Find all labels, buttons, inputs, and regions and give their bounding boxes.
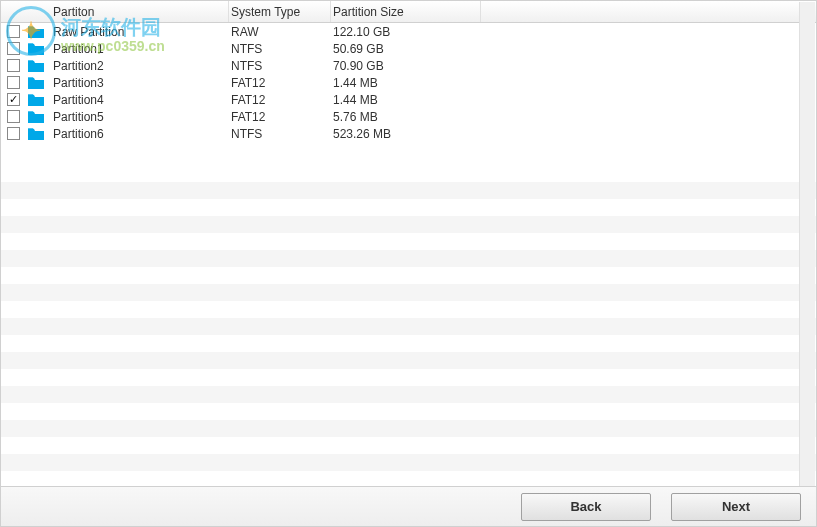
partition-table: Partiton System Type Partition Size Raw … — [1, 1, 816, 471]
partition-name: Partition3 — [51, 76, 229, 90]
empty-row — [1, 420, 816, 437]
empty-row — [1, 318, 816, 335]
partition-checkbox[interactable] — [7, 59, 20, 72]
header-partition[interactable]: Partiton — [51, 1, 229, 22]
table-row[interactable]: Partition3FAT121.44 MB — [1, 74, 816, 91]
partition-checkbox[interactable] — [7, 93, 20, 106]
partition-size: 1.44 MB — [331, 76, 481, 90]
empty-row — [1, 216, 816, 233]
partition-system-type: NTFS — [229, 59, 331, 73]
empty-row — [1, 454, 816, 471]
navigation-button-bar: Back Next — [1, 486, 816, 526]
partition-name: Partition1 — [51, 42, 229, 56]
partition-size: 50.69 GB — [331, 42, 481, 56]
empty-rows-area — [1, 142, 816, 471]
folder-icon — [21, 77, 51, 89]
table-body: Raw PartitionRAW122.10 GBPartition1NTFS5… — [1, 23, 816, 142]
folder-icon — [21, 94, 51, 106]
folder-icon — [21, 60, 51, 72]
table-row[interactable]: Partition4FAT121.44 MB — [1, 91, 816, 108]
vertical-scrollbar[interactable] — [799, 2, 815, 487]
header-partition-size[interactable]: Partition Size — [331, 1, 481, 22]
table-row[interactable]: Partition5FAT125.76 MB — [1, 108, 816, 125]
partition-size: 5.76 MB — [331, 110, 481, 124]
table-row[interactable]: Partition1NTFS50.69 GB — [1, 40, 816, 57]
folder-icon — [21, 128, 51, 140]
partition-size: 523.26 MB — [331, 127, 481, 141]
table-row[interactable]: Partition2NTFS70.90 GB — [1, 57, 816, 74]
partition-size: 70.90 GB — [331, 59, 481, 73]
partition-system-type: FAT12 — [229, 76, 331, 90]
next-button[interactable]: Next — [671, 493, 801, 521]
partition-name: Partition4 — [51, 93, 229, 107]
header-system-type[interactable]: System Type — [229, 1, 331, 22]
empty-row — [1, 182, 816, 199]
empty-row — [1, 352, 816, 369]
partition-name: Partition6 — [51, 127, 229, 141]
partition-system-type: NTFS — [229, 127, 331, 141]
partition-checkbox[interactable] — [7, 127, 20, 140]
partition-system-type: NTFS — [229, 42, 331, 56]
partition-checkbox[interactable] — [7, 76, 20, 89]
partition-system-type: FAT12 — [229, 93, 331, 107]
partition-checkbox[interactable] — [7, 110, 20, 123]
table-row[interactable]: Raw PartitionRAW122.10 GB — [1, 23, 816, 40]
back-button[interactable]: Back — [521, 493, 651, 521]
empty-row — [1, 284, 816, 301]
partition-checkbox[interactable] — [7, 42, 20, 55]
partition-name: Partition2 — [51, 59, 229, 73]
folder-icon — [21, 26, 51, 38]
empty-row — [1, 386, 816, 403]
partition-system-type: FAT12 — [229, 110, 331, 124]
table-row[interactable]: Partition6NTFS523.26 MB — [1, 125, 816, 142]
folder-icon — [21, 111, 51, 123]
partition-system-type: RAW — [229, 25, 331, 39]
partition-checkbox[interactable] — [7, 25, 20, 38]
partition-name: Raw Partition — [51, 25, 229, 39]
empty-row — [1, 250, 816, 267]
partition-name: Partition5 — [51, 110, 229, 124]
partition-size: 1.44 MB — [331, 93, 481, 107]
folder-icon — [21, 43, 51, 55]
table-header-row: Partiton System Type Partition Size — [1, 1, 816, 23]
partition-size: 122.10 GB — [331, 25, 481, 39]
